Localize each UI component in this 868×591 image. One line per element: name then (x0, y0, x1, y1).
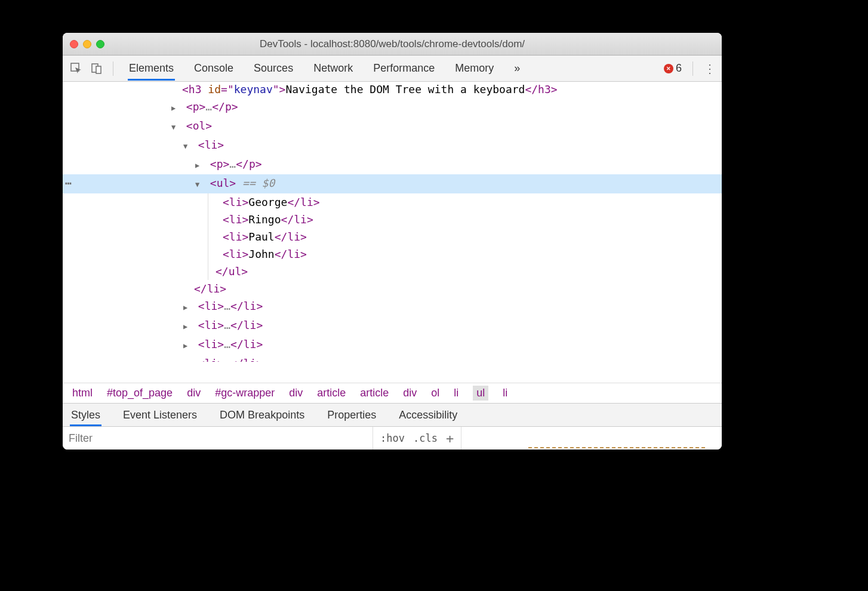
styles-subtabs: Styles Event Listeners DOM Breakpoints P… (63, 403, 722, 427)
devtools-window: DevTools - localhost:8080/web/tools/chro… (63, 33, 722, 450)
styles-toolbar: :hov .cls + (63, 427, 722, 450)
expand-arrow-icon[interactable] (183, 337, 192, 355)
tab-console[interactable]: Console (193, 56, 235, 81)
tab-sources[interactable]: Sources (253, 56, 294, 81)
window-title: DevTools - localhost:8080/web/tools/chro… (63, 38, 722, 50)
inspect-element-icon[interactable] (69, 61, 84, 76)
toolbar-separator (692, 61, 693, 76)
breadcrumb-item[interactable]: article (360, 387, 389, 399)
toggle-hov-button[interactable]: :hov (380, 432, 405, 444)
tab-memory[interactable]: Memory (454, 56, 495, 81)
collapse-arrow-icon[interactable] (183, 138, 192, 155)
expand-arrow-icon[interactable] (183, 356, 192, 362)
svg-rect-2 (96, 66, 101, 73)
breadcrumb-item[interactable]: #top_of_page (107, 387, 173, 399)
toolbar-right: 6 ⋮ (664, 61, 716, 76)
dom-node-h3[interactable]: <h3 id="keynav">Navigate the DOM Tree wi… (63, 82, 722, 98)
device-toggle-icon[interactable] (89, 61, 104, 76)
breadcrumb-item[interactable]: div (187, 387, 201, 399)
dom-node-p[interactable]: <p>…</p> (63, 98, 722, 117)
expand-arrow-icon[interactable] (183, 318, 192, 335)
panel-tabs: Elements Console Sources Network Perform… (128, 56, 659, 81)
subtab-properties[interactable]: Properties (326, 404, 377, 426)
tabs-overflow[interactable]: » (513, 56, 521, 81)
dom-node-ol[interactable]: <ol> (63, 117, 722, 136)
dom-node-li-collapsed[interactable]: <li>…</li> (63, 297, 722, 316)
breadcrumb-item[interactable]: ol (431, 387, 439, 399)
dom-node-p[interactable]: <p>…</p> (63, 155, 722, 174)
toggle-cls-button[interactable]: .cls (413, 432, 438, 444)
expand-arrow-icon[interactable] (183, 299, 192, 316)
subtab-styles[interactable]: Styles (70, 404, 101, 426)
error-count: 6 (676, 62, 682, 75)
dom-node-ul-selected[interactable]: <ul> == $0 (63, 174, 722, 193)
dom-node-li[interactable]: <li> (63, 136, 722, 155)
traffic-lights (70, 40, 104, 48)
breadcrumb-item-selected[interactable]: ul (473, 386, 488, 401)
expand-arrow-icon[interactable] (171, 100, 180, 117)
zoom-window-button[interactable] (96, 40, 104, 48)
dom-breadcrumb: html #top_of_page div #gc-wrapper div ar… (63, 383, 722, 403)
dom-tree: <p>…</p> <h3 id="keynav">Navigate the DO… (63, 82, 722, 362)
dom-node-li-close[interactable]: </li> (63, 280, 722, 297)
collapse-arrow-icon[interactable] (195, 176, 204, 193)
dom-node-ul-close[interactable]: </ul> (63, 263, 722, 280)
breadcrumb-item[interactable]: article (317, 387, 346, 399)
titlebar: DevTools - localhost:8080/web/tools/chro… (63, 33, 722, 56)
dom-tree-panel[interactable]: <p>…</p> <h3 id="keynav">Navigate the DO… (63, 82, 722, 383)
styles-filter-input[interactable] (63, 432, 373, 445)
dom-node-li-collapsed[interactable]: <li>…</li> (63, 316, 722, 335)
error-icon (664, 64, 673, 73)
breadcrumb-item[interactable]: li (454, 387, 458, 399)
dom-node-li-item[interactable]: <li>John</li> (63, 245, 722, 263)
breadcrumb-item[interactable]: html (72, 387, 93, 399)
tab-network[interactable]: Network (312, 56, 354, 81)
error-count-badge[interactable]: 6 (664, 62, 682, 75)
dom-node-li-item[interactable]: <li>George</li> (63, 193, 722, 211)
styles-preview-area (461, 427, 722, 450)
breadcrumb-item[interactable]: #gc-wrapper (215, 387, 275, 399)
dom-node-li-collapsed[interactable]: <li>…</li> (63, 335, 722, 355)
styles-toggle-buttons: :hov .cls + (373, 427, 461, 450)
close-window-button[interactable] (70, 40, 78, 48)
dom-node-li-item[interactable]: <li>Paul</li> (63, 228, 722, 245)
dom-node-li-collapsed[interactable]: <li>…</li> (63, 355, 722, 362)
breadcrumb-item[interactable]: div (289, 387, 303, 399)
styles-filter-container (63, 427, 373, 450)
box-model-margin-outline (528, 447, 705, 450)
breadcrumb-item[interactable]: div (403, 387, 417, 399)
collapse-arrow-icon[interactable] (171, 119, 180, 136)
toolbar-separator (113, 61, 113, 76)
subtab-dom-breakpoints[interactable]: DOM Breakpoints (218, 404, 306, 426)
subtab-event-listeners[interactable]: Event Listeners (122, 404, 198, 426)
subtab-accessibility[interactable]: Accessibility (398, 404, 458, 426)
breadcrumb-item[interactable]: li (503, 387, 507, 399)
tab-elements[interactable]: Elements (128, 56, 175, 81)
new-style-rule-button[interactable]: + (446, 431, 454, 446)
main-toolbar: Elements Console Sources Network Perform… (63, 56, 722, 82)
settings-menu-icon[interactable]: ⋮ (704, 61, 716, 76)
dom-node-li-item[interactable]: <li>Ringo</li> (63, 211, 722, 228)
tab-performance[interactable]: Performance (372, 56, 436, 81)
minimize-window-button[interactable] (83, 40, 91, 48)
expand-arrow-icon[interactable] (195, 157, 204, 174)
